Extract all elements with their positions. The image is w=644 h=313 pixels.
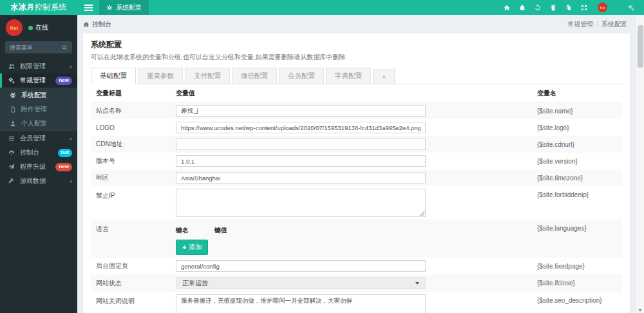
sidebar-avatar[interactable]: Kei <box>6 19 23 36</box>
brand-rest: 控制系统 <box>35 2 67 13</box>
row-label: 时区 <box>91 169 171 186</box>
selected-option: 正常运营 <box>182 279 208 288</box>
scrollbar-thumb[interactable] <box>638 25 643 68</box>
tab-add[interactable]: + <box>373 69 395 84</box>
refresh-icon[interactable] <box>530 0 545 15</box>
hot-badge: hot <box>58 149 72 157</box>
sidebar-item-upgrade[interactable]: 程序升级 new <box>0 160 77 174</box>
home-icon[interactable] <box>499 0 515 15</box>
row-label: LOGO <box>91 119 171 136</box>
table-row: 语言 键名 键值 + 添加 {$site.languages} <box>91 220 622 258</box>
sidebar-item-attachments[interactable]: 附件管理 <box>0 102 77 117</box>
sidebar-item-profile[interactable]: 个人配置 <box>0 117 77 131</box>
scrollbar-down-arrow-icon[interactable] <box>638 309 642 312</box>
table-row: LOGO {$site.logo} <box>91 119 622 136</box>
language-kv-headers: 键名 键值 <box>176 226 527 235</box>
sidebar-item-label: 个人配置 <box>21 119 72 128</box>
row-label: 站点名称 <box>91 102 171 120</box>
cdn-url-input[interactable] <box>176 138 426 150</box>
trash-icon[interactable] <box>545 0 561 15</box>
chevron-left-icon: ‹ <box>70 63 72 70</box>
tab-important-params[interactable]: 重要参数 <box>138 68 183 84</box>
table-row: CDN地址 {$site.cdnurl} <box>91 136 622 153</box>
settings-gears-icon[interactable] <box>623 0 639 15</box>
breadcrumb-section[interactable]: 常规管理 <box>567 20 593 29</box>
fixed-page-input[interactable] <box>176 260 426 272</box>
site-logo-input[interactable] <box>176 122 426 133</box>
row-varname: {$site.logo} <box>532 119 622 136</box>
row-label: 语言 <box>91 220 171 258</box>
table-row: 网站关闭说明 服务器搬迁，充值提现勿做，维护期间一并全部解决，大家勿催 {$si… <box>91 292 622 313</box>
breadcrumb-dashboard[interactable]: 控制台 <box>92 20 111 29</box>
menu-search <box>5 41 72 53</box>
sidebar-item-label: 程序升级 <box>20 162 51 171</box>
menu-search-input[interactable] <box>10 44 61 51</box>
wrench-icon <box>8 178 15 184</box>
site-name-input[interactable] <box>176 105 426 117</box>
sidebar-item-dashboard[interactable]: 控制台 hot <box>0 146 77 160</box>
close-note-textarea[interactable]: 服务器搬迁，充值提现勿做，维护期间一并全部解决，大家勿催 <box>176 294 426 313</box>
gear-icon <box>9 92 17 99</box>
row-varname: {$site.fixedpage} <box>532 258 622 274</box>
tab-label: 系统配置 <box>116 3 142 12</box>
row-label: 网站状态 <box>91 274 171 292</box>
row-label: 禁止IP <box>91 186 171 220</box>
online-dot-icon <box>28 26 33 30</box>
chevron-left-icon: ‹ <box>70 178 72 185</box>
timezone-input[interactable] <box>176 172 426 184</box>
caret-down-icon <box>415 282 419 285</box>
copy-icon[interactable] <box>561 0 576 15</box>
sidebar: Kei 在线 权限管理 ‹ 常规管理 new <box>0 15 77 313</box>
list-icon <box>8 135 15 142</box>
sidebar-item-label: 权限管理 <box>20 62 65 71</box>
sidebar-item-general[interactable]: 常规管理 new <box>0 73 77 88</box>
app-logo[interactable]: 水冰月控制系统 <box>0 0 77 15</box>
gear-icon <box>106 5 113 11</box>
tab-payment-config[interactable]: 支付配置 <box>185 68 230 84</box>
forbidden-ip-textarea[interactable] <box>176 189 426 217</box>
row-varname: {$site.languages} <box>532 220 622 258</box>
sidebar-menu: 权限管理 ‹ 常规管理 new 系统配置 附件管理 <box>0 59 77 188</box>
row-varname: {$site.version} <box>532 153 622 169</box>
tab-system-config[interactable]: 系统配置 <box>99 0 149 15</box>
tab-wechat-config[interactable]: 微信配置 <box>232 68 277 84</box>
sidebar-item-members[interactable]: 会员管理 ‹ <box>0 131 77 146</box>
user-icon <box>9 120 17 127</box>
tab-basic-config[interactable]: 基础配置 <box>91 68 136 84</box>
tab-member-config[interactable]: 会员配置 <box>279 68 324 84</box>
site-status-select[interactable]: 正常运营 <box>176 277 426 289</box>
sidebar-avatar-text: Kei <box>10 25 18 31</box>
bell-icon[interactable] <box>515 0 530 15</box>
table-row: 站点名称 {$site.name} <box>91 102 622 120</box>
col-header-varname: 变量名 <box>532 84 622 102</box>
sidebar-item-label: 系统配置 <box>21 91 72 100</box>
table-row: 后台固定页 {$site.fixedpage} <box>91 258 622 274</box>
sidebar-item-system-config[interactable]: 系统配置 <box>0 88 77 102</box>
config-tabs: 基础配置 重要参数 支付配置 微信配置 会员配置 字典配置 + <box>91 68 622 84</box>
vertical-scrollbar[interactable] <box>636 15 644 313</box>
sidebar-item-label: 游戏数据 <box>20 176 65 185</box>
user-avatar[interactable]: Kei <box>598 3 607 12</box>
row-label: CDN地址 <box>91 136 171 153</box>
sidebar-toggle-icon[interactable] <box>77 0 99 15</box>
home-icon <box>83 21 90 28</box>
version-input[interactable] <box>176 155 426 167</box>
row-label: 版本号 <box>91 153 171 169</box>
key-value-header: 键值 <box>214 226 253 235</box>
config-table: 变量标题 变量值 变量名 站点名称 {$site.name} LOGO {$si… <box>91 84 622 313</box>
new-badge: new <box>55 163 72 171</box>
search-icon[interactable] <box>61 44 68 51</box>
file-icon <box>9 106 17 113</box>
sidebar-item-game-data[interactable]: 游戏数据 ‹ <box>0 174 77 188</box>
breadcrumb: 控制台 常规管理 / 系统配置 <box>77 15 644 33</box>
tab-dict-config[interactable]: 字典配置 <box>326 68 371 84</box>
online-label: 在线 <box>35 23 48 32</box>
config-panel: 系统配置 可以在此增改系统的变量和分组,也可以自定义分组和变量,如果需要删除请从… <box>83 33 630 313</box>
sidebar-item-permissions[interactable]: 权限管理 ‹ <box>0 59 77 73</box>
row-label: 后台固定页 <box>91 258 171 274</box>
fullscreen-icon[interactable] <box>576 0 592 15</box>
users-icon <box>8 63 15 70</box>
main-content: 控制台 常规管理 / 系统配置 系统配置 可以在此增改系统的变量和分组,也可以自… <box>77 15 644 313</box>
add-language-button[interactable]: + 添加 <box>176 240 208 255</box>
dashboard-icon <box>8 149 15 156</box>
